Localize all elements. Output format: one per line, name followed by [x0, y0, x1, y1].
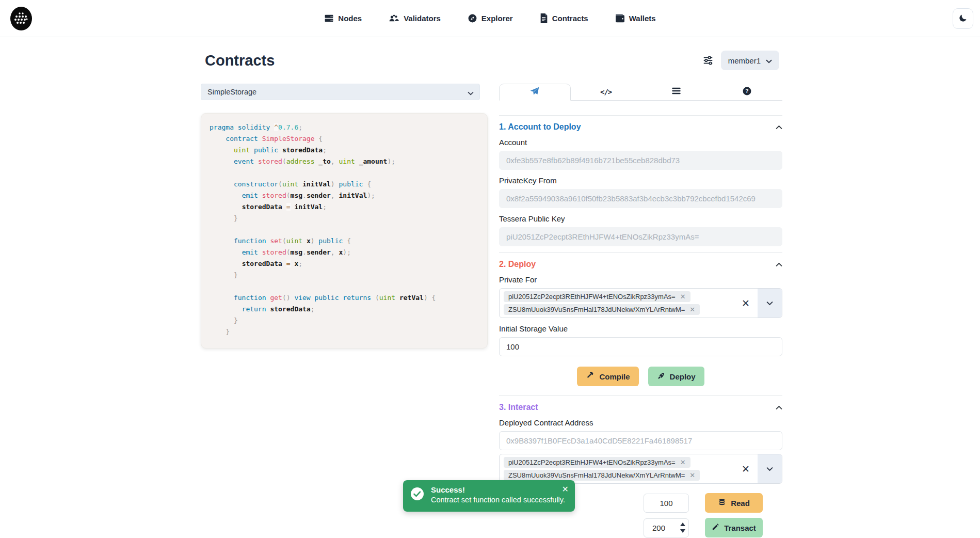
contract-select-value: SimpleStorage	[207, 88, 256, 96]
clear-all-icon[interactable]: ✕	[734, 289, 758, 318]
section-divider	[499, 252, 782, 253]
users-icon	[389, 13, 399, 23]
clear-all-icon[interactable]: ✕	[734, 454, 758, 483]
tab-source-code[interactable]: </>	[571, 84, 641, 100]
deploy-label: Deploy	[670, 372, 696, 381]
success-toast: Success! Contract set function called su…	[403, 480, 575, 512]
multiselect-chevron-down-icon[interactable]	[758, 289, 782, 318]
read-label: Read	[731, 499, 750, 508]
interact-private-for-multiselect[interactable]: piU2051ZcP2ecpt3REthHJFW4+tENOsZikRpz33y…	[499, 454, 782, 484]
chevron-down-icon	[468, 89, 474, 97]
account-label: Account	[499, 138, 782, 147]
tessera-label: Tessera Public Key	[499, 214, 782, 223]
nav-item-contracts[interactable]: Contracts	[540, 13, 588, 23]
code-block: pragma solidity ^0.7.6; contract SimpleS…	[201, 113, 488, 349]
server-icon	[324, 13, 334, 23]
initial-storage-input[interactable]	[499, 337, 782, 356]
nav-item-wallets[interactable]: Wallets	[615, 14, 656, 23]
section-title: 3. Interact	[499, 403, 538, 412]
private-for-tag: piU2051ZcP2ecpt3REthHJFW4+tENOsZikRpz33y…	[504, 457, 690, 468]
chevron-up-icon[interactable]	[776, 260, 782, 269]
chevron-up-icon[interactable]	[776, 403, 782, 412]
moon-icon	[958, 13, 968, 24]
svg-text:?: ?	[745, 88, 748, 94]
get-value-input[interactable]	[644, 494, 689, 513]
remove-tag-icon[interactable]: ✕	[680, 293, 686, 300]
top-navbar: Nodes Validators Explorer Contracts Wall…	[0, 0, 980, 37]
initial-storage-label: Initial Storage Value	[499, 324, 782, 333]
dark-mode-toggle[interactable]	[953, 8, 973, 29]
chevron-up-icon[interactable]	[776, 122, 782, 132]
read-button[interactable]: Read	[705, 493, 763, 513]
paper-plane-icon	[529, 86, 540, 99]
nav-label: Nodes	[338, 14, 362, 23]
hammer-icon	[586, 371, 595, 382]
private-for-tag: piU2051ZcP2ecpt3REthHJFW4+tENOsZikRpz33y…	[504, 291, 690, 302]
solidity-source: pragma solidity ^0.7.6; contract SimpleS…	[210, 122, 479, 338]
nav-label: Explorer	[481, 14, 513, 23]
privatekey-label: PrivateKey From	[499, 176, 782, 185]
check-circle-icon	[410, 487, 424, 505]
tag-label: piU2051ZcP2ecpt3REthHJFW4+tENOsZikRpz33y…	[508, 458, 676, 466]
private-for-multiselect[interactable]: piU2051ZcP2ecpt3REthHJFW4+tENOsZikRpz33y…	[499, 288, 782, 318]
tag-label: ZSU8mUuok39VuSnsFmHal178JdUNekw/XmYLArRn…	[508, 306, 685, 313]
toast-title: Success!	[431, 485, 565, 494]
remove-tag-icon[interactable]: ✕	[680, 458, 686, 466]
question-circle-icon: ?	[742, 86, 752, 98]
number-stepper[interactable]	[680, 523, 685, 533]
deployed-address-input[interactable]	[499, 431, 782, 450]
nav-item-nodes[interactable]: Nodes	[324, 13, 362, 23]
nav-item-explorer[interactable]: Explorer	[468, 13, 513, 23]
compile-button[interactable]: Compile	[577, 367, 638, 386]
close-icon[interactable]: ✕	[562, 484, 569, 494]
compass-icon	[468, 13, 477, 23]
remove-tag-icon[interactable]: ✕	[689, 471, 695, 479]
pencil-icon	[712, 523, 719, 532]
toast-message: Contract set function called successfull…	[431, 496, 565, 504]
private-for-tag: ZSU8mUuok39VuSnsFmHal178JdUNekw/XmYLArRn…	[504, 304, 700, 315]
section-divider	[499, 115, 782, 116]
account-input	[499, 151, 782, 170]
deployed-address-label: Deployed Contract Address	[499, 418, 782, 427]
section-interact-header[interactable]: 3. Interact	[499, 403, 782, 412]
stepper-down-icon[interactable]	[680, 529, 685, 533]
nav-label: Validators	[404, 14, 441, 23]
tessera-input	[499, 227, 782, 246]
compile-label: Compile	[599, 372, 630, 381]
panel-tabs: </> ?	[499, 84, 782, 101]
nav-item-validators[interactable]: Validators	[389, 13, 441, 23]
tab-details[interactable]	[641, 84, 712, 100]
privatekey-input	[499, 189, 782, 208]
page-title: Contracts	[205, 52, 275, 69]
code-icon: </>	[600, 88, 612, 96]
file-contract-icon	[540, 13, 548, 23]
settings-sliders-icon[interactable]	[702, 55, 714, 66]
tag-label: ZSU8mUuok39VuSnsFmHal178JdUNekw/XmYLArRn…	[508, 471, 685, 479]
remove-tag-icon[interactable]: ✕	[689, 306, 695, 313]
contract-select[interactable]: SimpleStorage	[201, 84, 480, 100]
app-logo-icon[interactable]	[9, 7, 33, 30]
stepper-up-icon[interactable]	[680, 523, 685, 526]
transact-label: Transact	[724, 524, 756, 532]
database-icon	[718, 498, 726, 508]
transact-button[interactable]: Transact	[705, 518, 763, 537]
section-title: 2. Deploy	[499, 260, 536, 269]
section-deploy-header[interactable]: 2. Deploy	[499, 260, 782, 269]
deploy-button[interactable]: Deploy	[648, 367, 704, 386]
main-nav: Nodes Validators Explorer Contracts Wall…	[324, 13, 655, 23]
tag-label: piU2051ZcP2ecpt3REthHJFW4+tENOsZikRpz33y…	[508, 293, 676, 300]
rocket-icon	[657, 372, 665, 382]
tab-deploy[interactable]	[499, 84, 571, 101]
wallet-icon	[615, 14, 625, 23]
member-selector[interactable]: member1	[721, 51, 779, 70]
list-icon	[672, 87, 681, 97]
section-account-header[interactable]: 1. Account to Deploy	[499, 122, 782, 132]
nav-label: Wallets	[629, 14, 656, 23]
tab-help[interactable]: ?	[712, 84, 782, 100]
private-for-tag: ZSU8mUuok39VuSnsFmHal178JdUNekw/XmYLArRn…	[504, 470, 700, 481]
member-selector-value: member1	[728, 56, 761, 65]
section-title: 1. Account to Deploy	[499, 122, 581, 132]
multiselect-chevron-down-icon[interactable]	[758, 454, 782, 483]
nav-label: Contracts	[552, 14, 588, 23]
set-function-row: Transact	[499, 518, 763, 537]
